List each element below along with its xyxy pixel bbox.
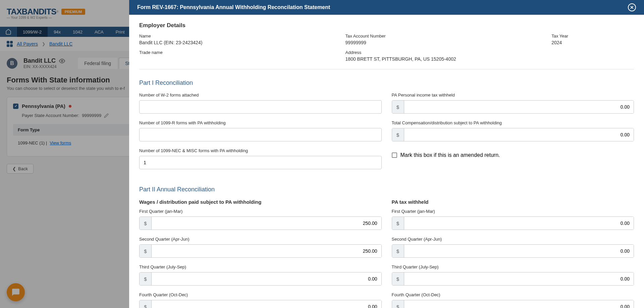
tax-heading: PA tax withheld <box>392 199 634 205</box>
total-comp-input[interactable] <box>404 128 634 141</box>
modal: Form REV-1667: Pennsylvania Annual Withh… <box>129 0 644 308</box>
modal-title: Form REV-1667: Pennsylvania Annual Withh… <box>137 4 330 10</box>
w2-label: Number of W-2 forms attached <box>139 93 382 98</box>
employer-heading: Employer Details <box>139 22 634 29</box>
tax-q4-label: Fourth Quarter (Oct-Dec) <box>392 292 634 297</box>
part1-title: Part I Reconciliation <box>139 79 634 86</box>
dollar-icon: $ <box>392 245 404 257</box>
tax-account-value: 99999999 <box>345 40 552 45</box>
wages-q1-input[interactable] <box>152 217 381 230</box>
tax-q2-input[interactable] <box>404 245 634 257</box>
address-label: Address <box>345 50 634 55</box>
tax-q3-input[interactable] <box>404 272 634 285</box>
tax-q4-input[interactable] <box>404 300 634 308</box>
tax-q3-label: Third Quarter (July-Sep) <box>392 264 634 269</box>
r1099-input[interactable] <box>139 128 382 141</box>
wages-q4-label: Fourth Quarter (Oct-Dec) <box>139 292 382 297</box>
part2-title: Part II Annual Reconciliation <box>139 186 634 193</box>
name-value: Bandit LLC (EIN: 23-2423424) <box>139 40 345 45</box>
wages-q4-input[interactable] <box>152 300 381 308</box>
address-value: 1800 BRETT ST, PITTSBURGH, PA, US 15205-… <box>345 56 634 62</box>
dollar-icon: $ <box>140 245 152 257</box>
amended-label: Mark this box if this is an amended retu… <box>400 152 500 158</box>
tax-account-label: Tax Account Number <box>345 34 552 39</box>
dollar-icon: $ <box>140 217 152 230</box>
w2-input[interactable] <box>139 100 382 114</box>
nec-misc-input[interactable] <box>139 156 382 169</box>
nec-misc-label: Number of 1099-NEC & MISC forms with PA … <box>139 148 382 153</box>
wages-heading: Wages / distribution paid subject to PA … <box>139 199 382 205</box>
total-comp-label: Total Compensation/distribution subject … <box>392 120 634 125</box>
trade-name-label: Trade name <box>139 50 345 55</box>
dollar-icon: $ <box>392 272 404 285</box>
wages-q3-label: Third Quarter (July-Sep) <box>139 264 382 269</box>
wages-q2-input[interactable] <box>152 245 381 257</box>
wages-q1-label: First Quarter (jan-Mar) <box>139 209 382 214</box>
dollar-icon: $ <box>392 300 404 308</box>
pa-income-label: PA Personal income tax withheld <box>392 93 634 98</box>
dollar-icon: $ <box>140 300 152 308</box>
tax-q1-label: First Quarter (jan-Mar) <box>392 209 634 214</box>
dollar-icon: $ <box>140 272 152 285</box>
wages-q2-label: Second Quarter (Apr-Jun) <box>139 237 382 242</box>
tax-year-value: 2024 <box>551 40 634 45</box>
tax-q2-label: Second Quarter (Apr-Jun) <box>392 237 634 242</box>
modal-header: Form REV-1667: Pennsylvania Annual Withh… <box>129 0 644 15</box>
close-button[interactable]: ✕ <box>628 3 636 11</box>
tax-year-label: Tax Year <box>551 34 634 39</box>
dollar-icon: $ <box>392 128 404 141</box>
dollar-icon: $ <box>392 217 404 230</box>
dollar-icon: $ <box>392 101 404 113</box>
pa-income-input[interactable] <box>404 101 634 113</box>
close-icon: ✕ <box>630 5 634 10</box>
name-label: Name <box>139 34 345 39</box>
wages-q3-input[interactable] <box>152 272 381 285</box>
amended-checkbox[interactable] <box>392 152 397 158</box>
tax-q1-input[interactable] <box>404 217 634 230</box>
r1099-label: Number of 1099-R forms with PA withholdi… <box>139 120 382 125</box>
